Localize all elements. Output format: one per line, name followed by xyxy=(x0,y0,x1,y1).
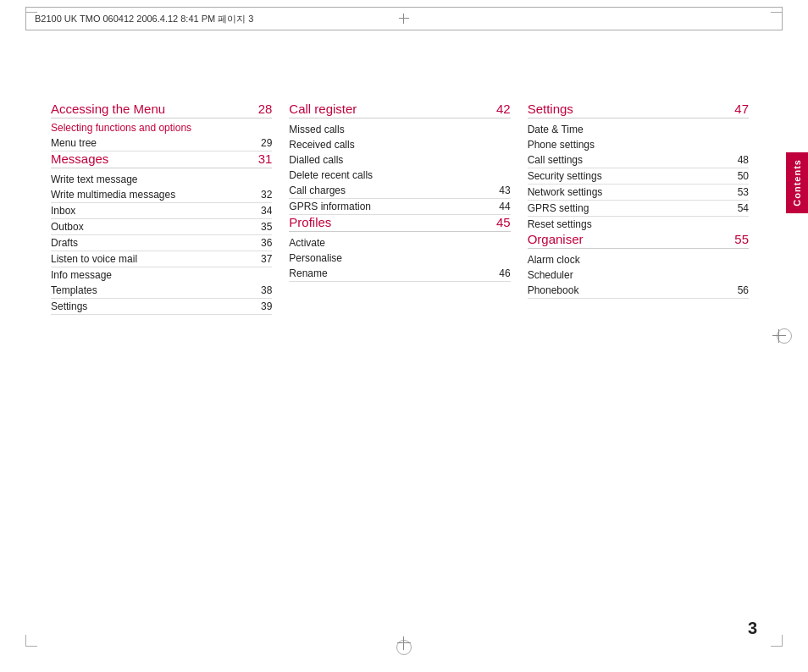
item-number: 43 xyxy=(494,185,511,196)
corner-bl xyxy=(25,635,37,647)
table-row: Inbox34 xyxy=(51,203,272,219)
item-label: GPRS setting xyxy=(528,202,589,214)
section-page-num: 31 xyxy=(258,151,273,166)
section-label: Organiser xyxy=(528,232,584,246)
sub-heading: Selecting functions and options xyxy=(51,122,272,134)
item-label: Security settings xyxy=(528,170,602,182)
item-number: 56 xyxy=(732,284,749,296)
right-cross-icon xyxy=(772,329,786,343)
list-item: Missed calls xyxy=(289,122,510,137)
item-label: GPRS information xyxy=(289,201,371,212)
item-label: Call settings xyxy=(528,154,583,166)
column-1: Accessing the Menu28Selecting functions … xyxy=(51,102,289,604)
table-row: Network settings53 xyxy=(528,185,749,201)
section-heading: Accessing the Menu28 xyxy=(51,102,272,118)
section-label: Call register xyxy=(289,102,357,116)
item-number: 37 xyxy=(255,253,272,265)
section-page-num: 45 xyxy=(496,215,511,229)
table-row: Call charges43 xyxy=(289,183,510,199)
list-item: Write text message xyxy=(51,172,272,187)
table-row: Write multimedia messages32 xyxy=(51,187,272,203)
item-label: Listen to voice mail xyxy=(51,253,137,265)
section-label: Accessing the Menu xyxy=(51,102,165,116)
list-item: Dialled calls xyxy=(289,152,510,168)
table-row: Outbox35 xyxy=(51,219,272,235)
section-page-num: 47 xyxy=(734,102,749,116)
bottom-cross-icon xyxy=(397,636,411,650)
item-number: 32 xyxy=(255,189,272,201)
section-heading: Organiser55 xyxy=(528,232,749,249)
item-number: 38 xyxy=(255,284,272,296)
section-page-num: 42 xyxy=(496,102,511,116)
item-label: Network settings xyxy=(528,186,603,198)
item-number: 39 xyxy=(255,300,272,312)
section-heading: Messages31 xyxy=(51,151,272,168)
item-label: Write multimedia messages xyxy=(51,189,175,201)
section-page-num: 55 xyxy=(734,232,749,246)
item-label: Templates xyxy=(51,284,97,296)
list-item: Activate xyxy=(289,235,510,251)
table-row: Rename46 xyxy=(289,266,510,282)
item-label: Outbox xyxy=(51,221,84,233)
item-label: Drafts xyxy=(51,237,78,249)
corner-br xyxy=(771,635,783,647)
item-label: Settings xyxy=(51,300,87,312)
table-row: Listen to voice mail37 xyxy=(51,251,272,267)
list-item: Reset settings xyxy=(528,217,749,232)
item-label: Call charges xyxy=(289,185,346,196)
item-number: 34 xyxy=(255,205,272,217)
column-2: Call register42Missed callsReceived call… xyxy=(289,102,527,604)
table-row: Templates38 xyxy=(51,283,272,299)
list-item: Date & Time xyxy=(528,122,749,137)
item-number: 44 xyxy=(494,201,511,212)
item-number: 50 xyxy=(732,170,749,182)
item-number: 53 xyxy=(732,186,749,198)
column-3: Settings47Date & TimePhone settingsCall … xyxy=(528,102,766,604)
table-row: Drafts36 xyxy=(51,235,272,251)
item-number: 29 xyxy=(255,137,272,149)
item-number: 46 xyxy=(494,267,511,279)
table-row: Phonebook56 xyxy=(528,283,749,299)
section-label: Messages xyxy=(51,151,108,166)
contents-tab-label: Contents xyxy=(792,159,802,207)
section-heading: Settings47 xyxy=(528,102,749,118)
item-number: 36 xyxy=(255,237,272,249)
header-text: B2100 UK TMO 060412 2006.4.12 8:41 PM 페이… xyxy=(35,13,253,25)
contents-tab: Contents xyxy=(786,152,808,213)
section-page-num: 28 xyxy=(258,102,273,116)
header-cross-icon xyxy=(399,14,409,24)
list-item: Delete recent calls xyxy=(289,168,510,183)
item-label: Inbox xyxy=(51,205,75,217)
main-content: Accessing the Menu28Selecting functions … xyxy=(51,102,766,604)
table-row: Security settings50 xyxy=(528,168,749,185)
section-label: Settings xyxy=(528,102,573,116)
item-number: 54 xyxy=(732,202,749,214)
item-number: 48 xyxy=(732,154,749,166)
list-item: Received calls xyxy=(289,137,510,152)
list-item: Info message xyxy=(51,267,272,283)
section-label: Profiles xyxy=(289,215,331,229)
header-bar: B2100 UK TMO 060412 2006.4.12 8:41 PM 페이… xyxy=(25,7,783,30)
list-item: Alarm clock xyxy=(528,252,749,267)
section-heading: Profiles45 xyxy=(289,215,510,232)
table-row: Menu tree29 xyxy=(51,135,272,151)
page-number: 3 xyxy=(748,619,757,638)
item-label: Menu tree xyxy=(51,137,97,149)
table-row: Settings39 xyxy=(51,299,272,315)
table-row: Call settings48 xyxy=(528,152,749,168)
list-item: Scheduler xyxy=(528,267,749,283)
list-item: Personalise xyxy=(289,251,510,266)
item-label: Rename xyxy=(289,267,327,279)
table-row: GPRS information44 xyxy=(289,199,510,215)
list-item: Phone settings xyxy=(528,137,749,152)
section-heading: Call register42 xyxy=(289,102,510,118)
item-number: 35 xyxy=(255,221,272,233)
item-label: Phonebook xyxy=(528,284,579,296)
table-row: GPRS setting54 xyxy=(528,201,749,217)
